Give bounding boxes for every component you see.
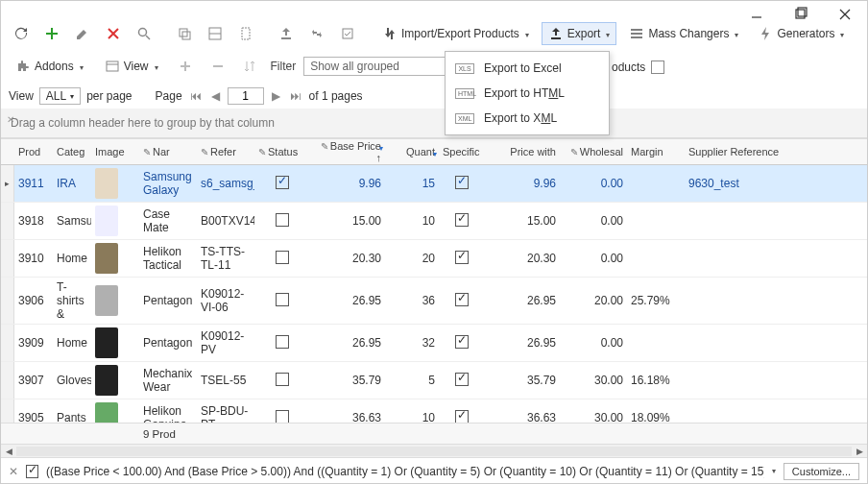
table-row[interactable]: 3905PantsHelikon GenuineSP-BDU-PT36.6310…	[1, 399, 867, 423]
header-status[interactable]: ✎Status	[254, 144, 310, 159]
header-supplier-ref[interactable]: Supplier Reference	[685, 144, 790, 159]
page-prev[interactable]: ◀	[209, 89, 222, 103]
header-prod[interactable]: Prod	[14, 144, 53, 159]
svg-point-5	[139, 29, 147, 36]
cell-wholesale: 0.00	[560, 174, 627, 193]
cell-name: Case Mate	[139, 205, 197, 237]
cell-image	[91, 362, 139, 399]
tree-collapse-button[interactable]	[205, 55, 230, 78]
addons-button[interactable]: Addons	[9, 55, 90, 78]
import-export-icon	[382, 26, 398, 41]
add-button[interactable]	[39, 22, 64, 45]
header-name[interactable]: ✎Nar	[139, 144, 197, 159]
table-row[interactable]: 3909HomePentagonK09012-PV26.953226.950.0…	[1, 325, 867, 362]
header-categ[interactable]: Categ	[53, 144, 91, 159]
cell-status[interactable]	[254, 210, 310, 232]
cell-wholesale: 20.00	[560, 291, 627, 310]
cell-status[interactable]	[254, 332, 310, 354]
cell-wholesale: 0.00	[560, 249, 627, 268]
cell-status[interactable]	[254, 407, 310, 424]
page-input[interactable]	[228, 87, 264, 105]
page-next[interactable]: ▶	[270, 89, 282, 103]
cell-price-with: 36.63	[485, 408, 560, 423]
cell-supplier-ref	[685, 255, 790, 261]
search-button[interactable]	[132, 22, 157, 45]
group-by-area[interactable]: ✕ Drag a column header here to group by …	[1, 109, 867, 138]
cell-specific[interactable]	[439, 248, 485, 270]
customize-filter-button[interactable]: Customize...	[784, 463, 859, 480]
mass-changers-button[interactable]: Mass Changers	[622, 22, 745, 45]
export-icon	[548, 26, 564, 41]
filter-close[interactable]: ✕	[9, 465, 18, 478]
page-last[interactable]: ⏭	[288, 89, 303, 103]
cell-specific[interactable]	[439, 173, 485, 195]
cell-specific[interactable]	[439, 332, 485, 354]
svg-line-6	[146, 36, 150, 39]
export-excel-item[interactable]: XLS Export to Excel	[446, 56, 609, 81]
mass-changers-label: Mass Changers	[648, 27, 729, 40]
cell-supplier-ref	[685, 298, 790, 303]
cell-margin: 18.09%	[627, 408, 685, 423]
horizontal-scrollbar[interactable]: ◀▶	[1, 444, 867, 457]
move-button[interactable]	[304, 22, 329, 45]
cell-categ: Gloves	[53, 371, 91, 390]
publish-button[interactable]	[274, 22, 299, 45]
table-row[interactable]: 3906T-shirts &PentagonK09012-VI-0626.953…	[1, 278, 867, 325]
products-checkbox[interactable]	[651, 60, 664, 74]
header-wholesale[interactable]: ✎Wholesal	[560, 144, 627, 159]
copy-button[interactable]	[172, 22, 197, 45]
table-row[interactable]: 3911IRASamsung Galaxys6_samsg_old9.96159…	[1, 165, 867, 203]
delete-button[interactable]	[101, 22, 126, 45]
cell-price-with: 35.79	[485, 371, 560, 390]
cell-specific[interactable]	[439, 370, 485, 392]
header-price-with[interactable]: Price with	[485, 144, 560, 159]
import-export-button[interactable]: Import/Export Products	[375, 22, 536, 45]
cell-base-price: 26.95	[310, 291, 385, 310]
cell-quantity: 36	[385, 291, 439, 310]
header-specific[interactable]: Specific	[439, 144, 485, 159]
window-close[interactable]	[823, 1, 867, 28]
export-html-item[interactable]: HTML Export to HTML	[446, 81, 609, 106]
export-xml-item[interactable]: XML Export to XML	[446, 106, 609, 131]
refresh-button[interactable]	[9, 22, 34, 45]
cell-specific[interactable]	[439, 290, 485, 312]
header-image[interactable]: Image	[91, 144, 139, 159]
table-row[interactable]: 3910HomeHelikon TacticalTS-TTS-TL-1120.3…	[1, 240, 867, 278]
footer-count: 9 Prod	[139, 425, 197, 443]
cell-status[interactable]	[254, 173, 310, 195]
window-minimize[interactable]	[735, 1, 779, 28]
header-base-price[interactable]: ✎Base Price ↑▾	[310, 138, 385, 165]
tree-expand-button[interactable]	[173, 55, 198, 78]
header-reference[interactable]: ✎Refer	[197, 144, 254, 159]
table-row[interactable]: 3907GlovesMechanix WearTSEL-5535.79535.7…	[1, 362, 867, 399]
edit-button[interactable]	[70, 22, 95, 45]
cell-image	[91, 240, 139, 277]
cell-image	[91, 203, 139, 239]
page-first[interactable]: ⏮	[188, 89, 204, 103]
cell-base-price: 26.95	[310, 333, 385, 352]
cell-specific[interactable]	[439, 407, 485, 424]
cell-base-price: 20.30	[310, 249, 385, 268]
cell-status[interactable]	[254, 290, 310, 312]
page-size-select[interactable]: ALL▾	[39, 87, 81, 105]
view-button[interactable]: View	[98, 55, 165, 78]
header-quantity[interactable]: Quant▾	[385, 144, 439, 159]
export-button[interactable]: Export	[542, 22, 617, 45]
header-margin[interactable]: Margin	[627, 144, 685, 159]
window-maximize[interactable]	[779, 1, 823, 28]
cell-wholesale: 30.00	[560, 371, 627, 390]
cell-specific[interactable]	[439, 210, 485, 232]
layout-button[interactable]	[203, 22, 228, 45]
filter-expression-bar: ✕ ((Base Price < 100.00) And (Base Price…	[1, 457, 867, 484]
cell-status[interactable]	[254, 370, 310, 392]
paste-button[interactable]	[233, 22, 258, 45]
table-row[interactable]: 3918SamsungCase MateB00TXV148415.001015.…	[1, 203, 867, 240]
sort-button[interactable]	[238, 55, 263, 78]
filter-enabled-checkbox[interactable]	[26, 465, 38, 478]
cell-name: Mechanix Wear	[139, 364, 197, 397]
close-icon[interactable]: ✕	[7, 114, 14, 125]
action-button[interactable]	[335, 22, 360, 45]
cell-status[interactable]	[254, 248, 310, 270]
pager-bar: View ALL▾ per page Page ⏮ ◀ ▶ ⏭ of 1 pag…	[1, 84, 867, 109]
cell-price-with: 15.00	[485, 211, 560, 230]
